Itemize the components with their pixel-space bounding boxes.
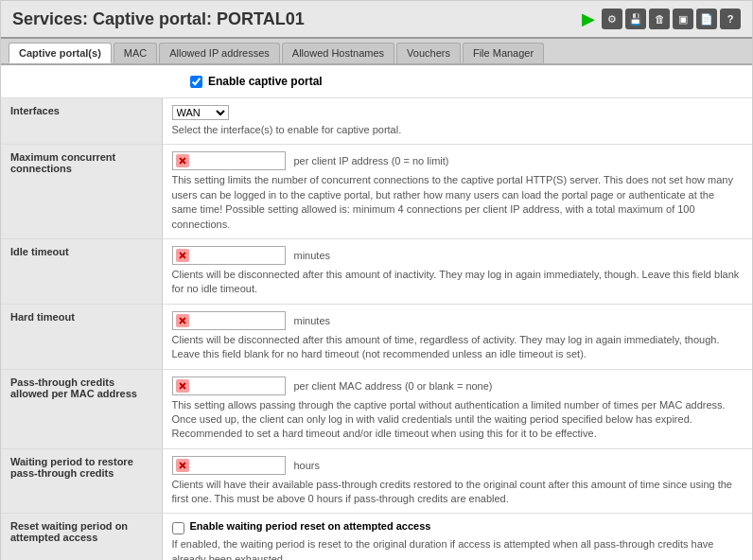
waiting-period-inline: hours [172, 456, 744, 475]
idle-timeout-row: Idle timeout minutes Clients will be dis… [1, 238, 752, 304]
idle-timeout-inline: minutes [172, 246, 744, 265]
tab-mac[interactable]: MAC [114, 43, 157, 63]
play-icon[interactable]: ▶ [578, 9, 599, 29]
delete-icon[interactable]: 🗑 [649, 9, 670, 29]
passthrough-input[interactable] [172, 376, 286, 395]
max-concurrent-value: per client IP address (0 = no limit) Thi… [162, 145, 752, 239]
tab-bar: Captive portal(s) MAC Allowed IP address… [1, 39, 752, 65]
passthrough-value: per client MAC address (0 or blank = non… [162, 369, 752, 448]
header-actions: ▶ ⚙ 💾 🗑 ▣ 📄 ? [578, 9, 741, 29]
idle-timeout-help: Clients will be disconnected after this … [172, 268, 744, 297]
idle-timeout-label: Idle timeout [1, 238, 162, 304]
waiting-period-value: hours Clients will have their available … [162, 448, 752, 514]
reset-waiting-value: Enable waiting period reset on attempted… [162, 514, 752, 560]
idle-timeout-value: minutes Clients will be disconnected aft… [162, 238, 752, 304]
hard-timeout-value: minutes Clients will be disconnected aft… [162, 304, 752, 369]
max-concurrent-unit: per client IP address (0 = no limit) [294, 155, 449, 166]
waiting-period-unit: hours [294, 460, 321, 471]
max-concurrent-input[interactable] [172, 151, 286, 170]
interface-select-wrapper: WAN LAN [172, 105, 744, 120]
help-icon[interactable]: ? [720, 9, 741, 29]
passthrough-row: Pass-through credits allowed per MAC add… [1, 369, 752, 448]
enable-captive-portal-label[interactable]: Enable captive portal [190, 75, 752, 88]
hard-timeout-label: Hard timeout [1, 304, 162, 369]
save-icon[interactable]: 💾 [625, 9, 646, 29]
enable-captive-portal-checkbox[interactable] [190, 76, 202, 88]
max-concurrent-row: Maximum concurrent connections per clien… [1, 145, 752, 239]
interface-select[interactable]: WAN LAN [172, 105, 229, 120]
waiting-period-help: Clients will have their available pass-t… [172, 478, 744, 507]
hard-timeout-inline: minutes [172, 311, 744, 330]
passthrough-unit: per client MAC address (0 or blank = non… [294, 380, 493, 392]
tab-allowed-ip[interactable]: Allowed IP addresses [159, 43, 280, 63]
tab-file-manager[interactable]: File Manager [463, 43, 544, 63]
monitor-icon[interactable]: ▣ [673, 9, 693, 29]
page-title: Services: Captive portal: PORTAL01 [12, 9, 305, 29]
waiting-period-input[interactable] [172, 456, 286, 475]
passthrough-inline: per client MAC address (0 or blank = non… [172, 376, 744, 395]
idle-timeout-input[interactable] [172, 246, 286, 265]
waiting-period-row: Waiting period to restore pass-through c… [1, 448, 752, 514]
reset-waiting-help: If enabled, the waiting period is reset … [172, 537, 744, 560]
hard-timeout-row: Hard timeout minutes Clients will be dis… [1, 304, 752, 369]
reset-waiting-checkbox-row: Enable waiting period reset on attempted… [172, 520, 744, 534]
waiting-period-label: Waiting period to restore pass-through c… [1, 448, 162, 514]
enable-captive-portal-row: Enable captive portal [1, 65, 752, 98]
interfaces-row: Interfaces WAN LAN Select the interface(… [1, 98, 752, 145]
hard-timeout-unit: minutes [294, 315, 331, 326]
settings-icon[interactable]: ⚙ [602, 9, 622, 29]
hard-timeout-input[interactable] [172, 311, 286, 330]
settings-table: Interfaces WAN LAN Select the interface(… [1, 98, 752, 560]
interfaces-help: Select the interface(s) to enable for ca… [172, 123, 744, 137]
reset-waiting-row: Reset waiting period on attempted access… [1, 514, 752, 560]
view-icon[interactable]: 📄 [696, 9, 717, 29]
passthrough-label: Pass-through credits allowed per MAC add… [1, 369, 162, 448]
max-concurrent-inline: per client IP address (0 = no limit) [172, 151, 744, 170]
interfaces-label: Interfaces [1, 98, 162, 145]
hard-timeout-help: Clients will be disconnected after this … [172, 333, 744, 362]
max-concurrent-help: This setting limits the number of concur… [172, 173, 744, 232]
reset-waiting-checkbox-label: Enable waiting period reset on attempted… [190, 520, 431, 532]
tab-allowed-hostnames[interactable]: Allowed Hostnames [282, 43, 394, 63]
reset-waiting-label: Reset waiting period on attempted access [1, 514, 162, 560]
tab-captive-portals[interactable]: Captive portal(s) [9, 43, 112, 63]
main-content: Enable captive portal Interfaces WAN LAN [1, 65, 752, 560]
idle-timeout-unit: minutes [294, 250, 331, 261]
passthrough-help: This setting allows passing through the … [172, 398, 744, 442]
max-concurrent-label: Maximum concurrent connections [1, 145, 162, 239]
page-header: Services: Captive portal: PORTAL01 ▶ ⚙ 💾… [1, 1, 752, 39]
tab-vouchers[interactable]: Vouchers [396, 43, 461, 63]
interfaces-value: WAN LAN Select the interface(s) to enabl… [162, 98, 752, 145]
reset-waiting-checkbox[interactable] [172, 522, 184, 534]
